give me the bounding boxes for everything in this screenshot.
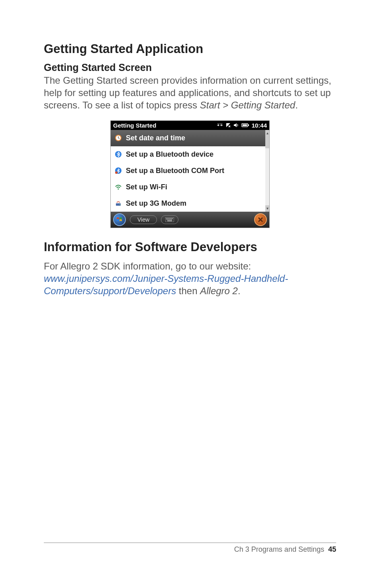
- svg-rect-23: [168, 219, 168, 220]
- modem-icon: [115, 200, 122, 207]
- screenshot-getting-started: Getting Started: [110, 120, 270, 228]
- list-item-3g-modem[interactable]: Set up 3G Modem: [111, 195, 265, 212]
- connection-icon: [217, 123, 223, 128]
- svg-rect-25: [170, 219, 171, 220]
- svg-point-1: [219, 123, 219, 124]
- svg-rect-5: [248, 124, 249, 126]
- paragraph-developers: For Allegro 2 SDK information, go to our…: [44, 260, 336, 297]
- paragraph-getting-started: The Getting Started screen provides info…: [44, 74, 336, 112]
- list-item-bluetooth-com-port[interactable]: Set up a Bluetooth COM Port: [111, 163, 265, 179]
- titlebar-status-area: 10:44: [217, 122, 267, 129]
- list-item-label: Set date and time: [126, 134, 185, 142]
- svg-rect-21: [172, 218, 173, 219]
- subheading-getting-started-screen: Getting Started Screen: [44, 62, 336, 73]
- battery-icon: [241, 123, 249, 128]
- footer-page-number: 45: [328, 545, 336, 553]
- heading-getting-started-application: Getting Started Application: [44, 42, 336, 56]
- svg-rect-24: [169, 219, 170, 220]
- svg-point-2: [221, 123, 222, 124]
- bluetooth-icon: [115, 151, 122, 158]
- list-item-label: Set up 3G Modem: [126, 199, 186, 208]
- screenshot-container: Getting Started: [44, 120, 336, 228]
- svg-rect-22: [166, 219, 167, 220]
- page-footer: Ch 3 Programs and Settings 45: [44, 543, 336, 554]
- list-item-bluetooth-device[interactable]: Set up a Bluetooth device: [111, 146, 265, 163]
- titlebar-title: Getting Started: [113, 122, 156, 129]
- keyboard-icon: [165, 217, 174, 222]
- svg-point-11: [115, 171, 118, 174]
- footer-rule: [44, 543, 336, 543]
- scroll-up-icon[interactable]: ▴: [265, 130, 269, 136]
- clock-icon: [115, 134, 122, 142]
- svg-rect-26: [171, 219, 172, 220]
- svg-point-14: [119, 204, 120, 205]
- heading-info-developers: Information for Software Developers: [44, 240, 336, 254]
- list-item-label: Set up a Bluetooth device: [126, 150, 214, 159]
- list-item-set-date-time[interactable]: Set date and time: [111, 130, 265, 146]
- scroll-down-icon[interactable]: ▾: [265, 205, 269, 212]
- volume-icon: [233, 122, 239, 128]
- keyboard-button[interactable]: [161, 215, 178, 224]
- list-item-wifi[interactable]: Set up Wi-Fi: [111, 179, 265, 195]
- screenshot-titlebar: Getting Started: [111, 121, 269, 130]
- svg-rect-27: [167, 220, 172, 221]
- signal-none-icon: [225, 122, 231, 128]
- titlebar-time: 10:44: [252, 122, 267, 129]
- start-button[interactable]: [113, 213, 126, 226]
- wifi-icon: [115, 183, 122, 191]
- close-button[interactable]: [254, 213, 267, 226]
- svg-rect-6: [243, 124, 247, 126]
- developers-link[interactable]: www.junipersys.com/Juniper-Systems-Rugge…: [44, 273, 288, 296]
- scrollbar-track[interactable]: [265, 136, 269, 205]
- windows-flag-icon: [116, 216, 123, 223]
- close-icon: [257, 216, 264, 223]
- svg-rect-18: [168, 218, 169, 219]
- list-item-label: Set up a Bluetooth COM Port: [126, 167, 224, 175]
- svg-point-0: [217, 123, 218, 124]
- list-item-label: Set up Wi-Fi: [126, 183, 167, 191]
- svg-point-12: [118, 188, 119, 189]
- svg-rect-16: [166, 218, 167, 219]
- scrollbar[interactable]: ▴ ▾: [265, 130, 269, 212]
- svg-rect-19: [170, 218, 170, 219]
- bluetooth-com-icon: [115, 167, 122, 174]
- screenshot-bottombar: View: [111, 212, 269, 228]
- svg-rect-20: [171, 218, 172, 219]
- svg-point-3: [220, 123, 221, 124]
- svg-rect-17: [167, 218, 168, 219]
- footer-chapter: Ch 3 Programs and Settings: [234, 545, 324, 553]
- view-button[interactable]: View: [130, 215, 157, 224]
- scrollbar-thumb[interactable]: [265, 136, 269, 148]
